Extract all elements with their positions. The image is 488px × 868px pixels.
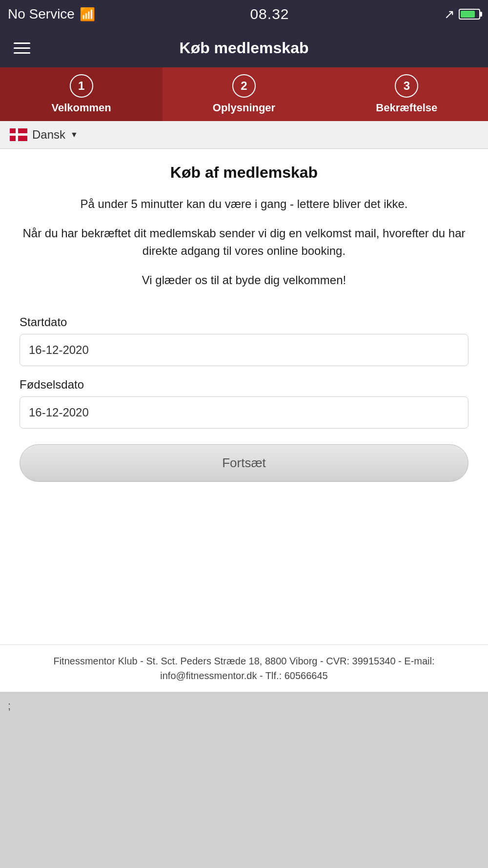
nav-bar: Køb medlemskab xyxy=(0,28,488,67)
step-2-number: 2 xyxy=(232,74,256,98)
welcome-paragraph-3: Vi glæder os til at byde dig velkommen! xyxy=(20,271,468,289)
status-time: 08.32 xyxy=(250,6,289,22)
hamburger-line-2 xyxy=(14,47,30,49)
main-content: Køb af medlemskab På under 5 minutter ka… xyxy=(0,149,488,644)
footer-line-1: Fitnessmentor Klub - St. Sct. Peders Str… xyxy=(10,654,478,668)
step-1-label: Velkommen xyxy=(52,102,111,114)
hamburger-button[interactable] xyxy=(10,39,34,58)
location-icon: ↗ xyxy=(444,7,455,22)
battery-fill xyxy=(461,11,475,18)
fodselsdato-input[interactable] xyxy=(20,396,468,429)
page-heading: Køb af medlemskab xyxy=(20,164,468,182)
startdato-label: Startdato xyxy=(20,315,468,329)
hamburger-line-3 xyxy=(14,52,30,54)
step-3-number: 3 xyxy=(395,74,418,98)
status-left: No Service 📶 xyxy=(8,6,95,22)
status-bar: No Service 📶 08.32 ↗ xyxy=(0,0,488,28)
language-label: Dansk xyxy=(32,128,65,142)
svg-rect-2 xyxy=(10,133,27,136)
fodselsdato-label: Fødselsdato xyxy=(20,378,468,392)
step-1-velkommen[interactable]: 1 Velkommen xyxy=(0,67,163,121)
welcome-paragraph-1: På under 5 minutter kan du være i gang -… xyxy=(20,195,468,213)
continue-button[interactable]: Fortsæt xyxy=(20,444,468,482)
wifi-icon: 📶 xyxy=(80,7,95,22)
welcome-paragraph-2: Når du har bekræftet dit medlemskab send… xyxy=(20,225,468,260)
step-3-bekraeftelse[interactable]: 3 Bekræftelse xyxy=(325,67,488,121)
footer-line-2: info@fitnessmentor.dk - Tlf.: 60566645 xyxy=(10,668,478,683)
status-right: ↗ xyxy=(444,7,480,22)
startdato-input[interactable] xyxy=(20,334,468,366)
step-1-number: 1 xyxy=(70,74,93,98)
nav-title: Køb medlemskab xyxy=(34,39,454,57)
bottom-text: ; xyxy=(8,700,11,712)
no-service-text: No Service xyxy=(8,6,75,22)
footer: Fitnessmentor Klub - St. Sct. Peders Str… xyxy=(0,644,488,692)
chevron-down-icon: ▼ xyxy=(70,130,78,139)
step-2-oplysninger[interactable]: 2 Oplysninger xyxy=(163,67,325,121)
form-section: Startdato Fødselsdato Fortsæt xyxy=(20,315,468,482)
battery-icon xyxy=(459,9,480,20)
hamburger-line-1 xyxy=(14,42,30,44)
step-2-label: Oplysninger xyxy=(213,102,275,114)
language-selector[interactable]: Dansk ▼ xyxy=(0,121,488,149)
bottom-area: ; xyxy=(0,692,488,868)
danish-flag-icon xyxy=(10,128,27,141)
step-3-label: Bekræftelse xyxy=(376,102,437,114)
steps-bar: 1 Velkommen 2 Oplysninger 3 Bekræftelse xyxy=(0,67,488,121)
